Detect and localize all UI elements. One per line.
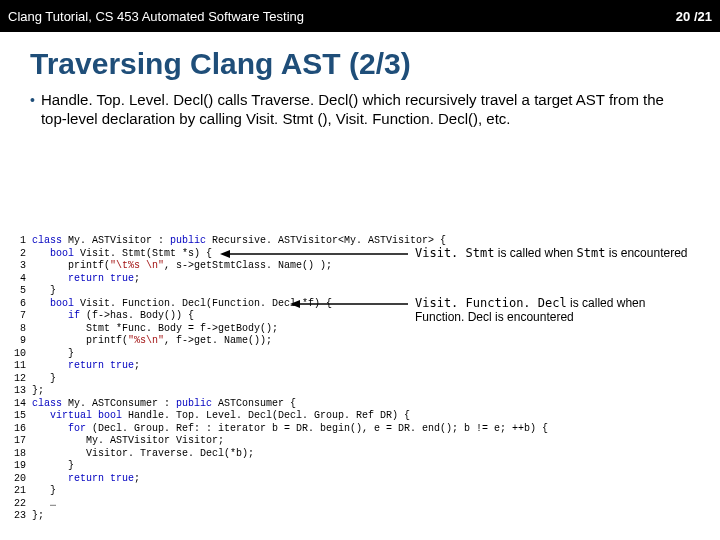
- annotation-1: Visit. Stmt is called when Stmt is encou…: [415, 246, 688, 260]
- bullet-item: • Handle. Top. Level. Decl() calls Trave…: [30, 91, 690, 129]
- slide-title: Traversing Clang AST (2/3): [30, 47, 690, 81]
- slide-header: Clang Tutorial, CS 453 Automated Softwar…: [0, 0, 720, 32]
- bullet-dot-icon: •: [30, 91, 35, 129]
- line-numbers: 1234567891011121314151617181920212223: [14, 235, 32, 523]
- arrow-icon: [290, 298, 410, 310]
- header-right: 20 /21: [676, 9, 712, 24]
- code-lines: class My. ASTVisitor : public Recursive.…: [32, 235, 548, 523]
- header-left: Clang Tutorial, CS 453 Automated Softwar…: [8, 9, 304, 24]
- arrow-icon: [220, 248, 410, 260]
- svg-marker-3: [290, 300, 300, 308]
- svg-marker-1: [220, 250, 230, 258]
- code-block: 1234567891011121314151617181920212223 cl…: [14, 235, 548, 523]
- annotation-2: Visit. Function. Decl is called when Fun…: [415, 296, 645, 325]
- bullet-text: Handle. Top. Level. Decl() calls Travers…: [41, 91, 690, 129]
